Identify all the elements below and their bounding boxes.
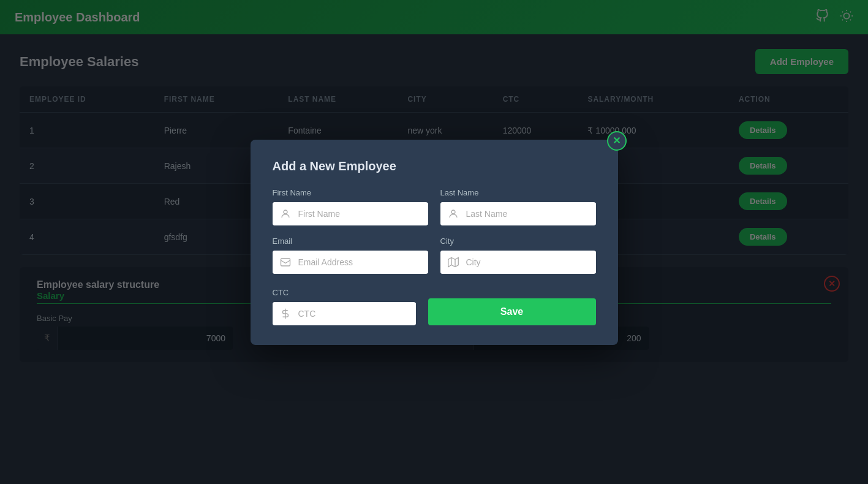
map-icon: [440, 251, 466, 274]
ctc-label: CTC: [273, 288, 416, 297]
svg-rect-11: [281, 259, 290, 266]
city-input-wrap: [440, 251, 596, 274]
ctc-input-wrap: [273, 302, 416, 325]
city-field: City: [440, 236, 596, 274]
modal-title: Add a New Employee: [273, 159, 596, 173]
modal-email-city-row: Email City: [273, 236, 596, 274]
first-name-input-wrap: [273, 202, 428, 225]
person-icon-first: [273, 202, 298, 225]
modal-close-button[interactable]: ✕: [607, 131, 627, 151]
first-name-label: First Name: [273, 188, 428, 197]
svg-point-10: [451, 210, 455, 214]
last-name-label: Last Name: [440, 188, 596, 197]
modal-overlay: ✕ Add a New Employee First Name Last Nam…: [0, 0, 868, 484]
save-button[interactable]: Save: [428, 298, 596, 325]
email-input-wrap: [273, 251, 428, 274]
last-name-field: Last Name: [440, 188, 596, 225]
modal-ctc-save-row: CTC Save: [273, 285, 596, 325]
svg-point-9: [284, 210, 287, 214]
email-field: Email: [273, 236, 428, 274]
add-employee-modal: ✕ Add a New Employee First Name Last Nam…: [251, 140, 618, 345]
first-name-input[interactable]: [298, 203, 428, 225]
dollar-icon: [273, 302, 298, 325]
person-icon-last: [440, 202, 466, 225]
email-label: Email: [273, 236, 428, 246]
last-name-input-wrap: [440, 202, 596, 225]
first-name-field: First Name: [273, 188, 428, 225]
modal-name-row: First Name Last Name: [273, 188, 596, 225]
city-label: City: [440, 236, 596, 246]
email-input[interactable]: [298, 251, 428, 273]
last-name-input[interactable]: [466, 203, 596, 225]
svg-marker-12: [448, 257, 458, 267]
email-icon: [273, 251, 298, 274]
ctc-input[interactable]: [298, 303, 416, 325]
city-input[interactable]: [466, 251, 596, 273]
ctc-field: CTC: [273, 288, 416, 325]
